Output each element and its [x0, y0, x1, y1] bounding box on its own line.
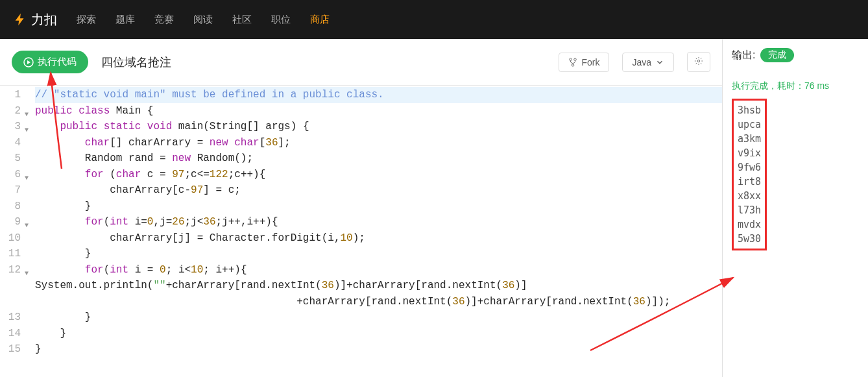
fork-button[interactable]: Fork [559, 53, 609, 72]
gear-icon [694, 56, 703, 66]
output-line: 5w30 [738, 232, 761, 246]
code-line[interactable]: public static void main(String[] args) { [35, 119, 722, 135]
line-number [0, 294, 26, 310]
code-line[interactable]: } [35, 310, 722, 326]
code-line[interactable]: charArrary[c-97] = c; [35, 182, 722, 199]
run-code-button[interactable]: 执行代码 [12, 51, 88, 73]
gutter: 12▼3▼456▼789▼101112▼131415 [0, 86, 26, 377]
nav-items: 探索题库竞赛阅读社区职位商店 [77, 14, 330, 26]
nav-item-5[interactable]: 职位 [271, 14, 291, 26]
line-number: 9▼ [0, 214, 26, 230]
page-title: 四位域名抢注 [101, 55, 171, 70]
output-header: 输出: 完成 [732, 48, 859, 62]
top-nav: 力扣 探索题库竞赛阅读社区职位商店 [0, 0, 868, 39]
code-line[interactable]: for (char c = 97;c<=122;c++){ [35, 167, 722, 183]
output-pane: 输出: 完成 执行完成，耗时：76 ms 3hsbupcaa3kmv9ix9fw… [723, 39, 868, 377]
code-line[interactable]: charArrary[j] = Character.forDigit(i,10)… [35, 230, 722, 247]
run-code-label: 执行代码 [38, 56, 77, 68]
settings-button[interactable] [687, 52, 710, 72]
output-status-line: 执行完成，耗时：76 ms [732, 80, 859, 92]
language-select[interactable]: Java [622, 53, 674, 72]
code-line[interactable]: for(int i = 0; i<10; i++){ [35, 262, 722, 278]
nav-item-0[interactable]: 探索 [77, 14, 96, 26]
line-number: 7 [0, 182, 26, 199]
line-number: 1 [0, 87, 26, 103]
output-line: x8xx [738, 189, 761, 203]
logo-text: 力扣 [31, 11, 57, 29]
output-line: l73h [738, 203, 761, 217]
line-number: 15 [0, 341, 26, 358]
fork-icon [568, 58, 577, 67]
line-number: 10 [0, 230, 26, 247]
output-line: 3hsb [738, 103, 761, 117]
code-line[interactable]: // "static void main" must be defined in… [35, 87, 722, 103]
code-line[interactable]: System.out.println(""+charArrary[rand.ne… [35, 278, 722, 294]
code-line[interactable]: Random rand = new Random(); [35, 151, 722, 167]
line-number: 11 [0, 246, 26, 262]
code-line[interactable]: } [35, 246, 722, 262]
output-line: irt8 [738, 175, 761, 189]
code-line[interactable]: } [35, 341, 722, 358]
code-line[interactable]: char[] charArrary = new char[36]; [35, 135, 722, 151]
nav-item-3[interactable]: 阅读 [193, 14, 213, 26]
logo[interactable]: 力扣 [13, 11, 57, 29]
nav-item-6[interactable]: 商店 [310, 14, 330, 26]
line-number: 3▼ [0, 119, 26, 135]
line-number: 5 [0, 151, 26, 167]
nav-item-2[interactable]: 竞赛 [154, 14, 174, 26]
svg-point-1 [570, 58, 572, 60]
line-number: 12▼ [0, 262, 26, 278]
svg-point-2 [574, 58, 577, 60]
code-area[interactable]: // "static void main" must be defined in… [26, 86, 722, 377]
line-number: 4 [0, 135, 26, 151]
svg-point-4 [697, 60, 700, 62]
line-number: 8 [0, 199, 26, 215]
output-results: 3hsbupcaa3kmv9ix9fw6irt8x8xxl73hmvdx5w30 [732, 99, 767, 250]
output-line: a3km [738, 132, 761, 146]
line-number: 13 [0, 310, 26, 326]
code-line[interactable]: } [35, 326, 722, 342]
status-badge: 完成 [760, 48, 794, 62]
editor-pane: 执行代码 四位域名抢注 Fork Java 12▼3▼456▼789▼10111… [0, 39, 723, 377]
output-line: upca [738, 117, 761, 132]
code-line[interactable]: for(int i=0,j=26;j<36;j++,i++){ [35, 214, 722, 230]
line-number [0, 278, 26, 294]
fork-label: Fork [581, 57, 599, 67]
line-number: 2▼ [0, 103, 26, 119]
line-number: 6▼ [0, 167, 26, 183]
code-line[interactable]: public class Main { [35, 103, 722, 119]
output-line: mvdx [738, 217, 761, 232]
line-number: 14 [0, 326, 26, 342]
chevron-down-icon [655, 58, 664, 67]
play-icon [23, 57, 34, 67]
output-line: v9ix [738, 146, 761, 160]
output-line: 9fw6 [738, 160, 761, 175]
code-line[interactable]: +charArrary[rand.nextInt(36)]+charArrary… [35, 294, 722, 310]
svg-point-3 [572, 64, 575, 66]
language-label: Java [632, 57, 651, 67]
code-line[interactable]: } [35, 199, 722, 215]
toolbar: 执行代码 四位域名抢注 Fork Java [0, 39, 722, 86]
code-editor[interactable]: 12▼3▼456▼789▼101112▼131415 // "static vo… [0, 86, 722, 377]
nav-item-1[interactable]: 题库 [115, 14, 135, 26]
logo-icon [13, 12, 27, 27]
nav-item-4[interactable]: 社区 [232, 14, 252, 26]
output-label: 输出: [732, 49, 755, 62]
